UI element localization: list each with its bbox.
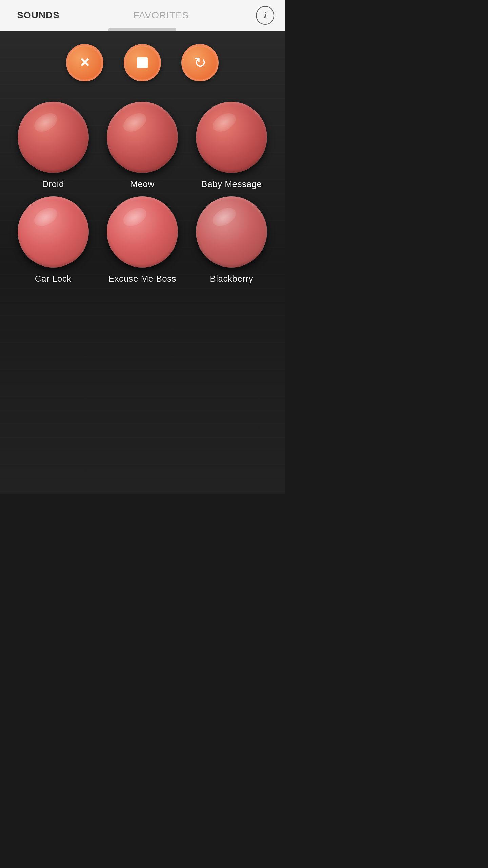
tab-sounds[interactable]: SOUNDS [10,6,66,24]
stop-button[interactable] [124,44,161,81]
stop-icon [137,57,148,68]
info-button[interactable]: i [256,6,274,25]
sound-item-car-lock[interactable]: Car Lock [10,196,96,284]
sound-button-excuse-me-boss[interactable] [107,196,178,268]
sound-item-baby-message[interactable]: Baby Message [189,102,274,190]
sound-label-baby-message: Baby Message [201,179,262,190]
sound-item-meow[interactable]: Meow [99,102,185,190]
sound-label-blackberry: Blackberry [210,274,253,284]
app-header: SOUNDS FAVORITES i [0,0,285,31]
sound-button-baby-message[interactable] [196,102,267,173]
sound-label-car-lock: Car Lock [35,274,72,284]
sound-label-droid: Droid [42,179,64,190]
info-icon: i [264,10,266,20]
cancel-icon [79,56,90,69]
sounds-grid: Droid Meow Baby Message Car Lock Excuse … [7,98,278,288]
sound-button-car-lock[interactable] [18,196,89,268]
sound-button-blackberry[interactable] [196,196,267,268]
sound-button-droid[interactable] [18,102,89,173]
controls-row: ↻ [7,41,278,85]
sound-button-meow[interactable] [107,102,178,173]
cancel-button[interactable] [66,44,103,81]
sound-item-excuse-me-boss[interactable]: Excuse Me Boss [99,196,185,284]
tab-indicator [108,28,176,31]
sound-item-droid[interactable]: Droid [10,102,96,190]
main-content: ↻ Droid Meow Baby Message Car Lock Excus… [0,31,285,494]
sound-label-excuse-me-boss: Excuse Me Boss [108,274,177,284]
refresh-icon: ↻ [194,55,206,70]
tab-favorites[interactable]: FAVORITES [126,6,196,24]
sound-item-blackberry[interactable]: Blackberry [189,196,274,284]
refresh-button[interactable]: ↻ [181,44,219,81]
sound-label-meow: Meow [130,179,154,190]
